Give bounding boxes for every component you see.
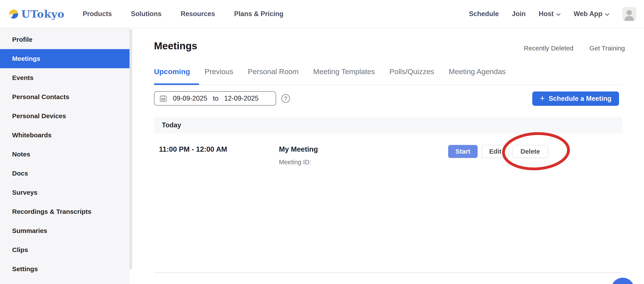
utokyo-logo[interactable]: UTokyo bbox=[8, 8, 64, 20]
sidebar-item-personal-contacts[interactable]: Personal Contacts bbox=[0, 87, 130, 106]
sidebar-item-whiteboards[interactable]: Whiteboards bbox=[0, 125, 130, 145]
sidebar-item-summaries[interactable]: Summaries bbox=[0, 221, 130, 240]
ginkgo-leaf-icon bbox=[8, 9, 19, 19]
today-section-header: Today bbox=[154, 117, 622, 133]
active-tab-indicator bbox=[154, 83, 199, 85]
sidebar-item-docs[interactable]: Docs bbox=[0, 164, 130, 183]
help-icon[interactable]: ? bbox=[281, 94, 290, 103]
sidebar: Profile Meetings Events Personal Contact… bbox=[0, 28, 130, 284]
nav-products[interactable]: Products bbox=[83, 10, 112, 18]
sidebar-item-events[interactable]: Events bbox=[0, 68, 130, 87]
header-links: Recently Deleted Get Training bbox=[524, 45, 625, 52]
meeting-time: 11:00 PM - 12:00 AM bbox=[159, 145, 227, 154]
sidebar-item-recordings-transcripts[interactable]: Recordings & Transcripts bbox=[0, 202, 130, 221]
sidebar-item-surveys[interactable]: Surveys bbox=[0, 183, 130, 202]
nav-resources[interactable]: Resources bbox=[181, 10, 215, 18]
sidebar-item-notes[interactable]: Notes bbox=[0, 145, 130, 164]
sidebar-scrollbar[interactable] bbox=[130, 29, 132, 270]
date-from-value: 09-09-2025 bbox=[173, 94, 207, 102]
help-chat-bubble[interactable] bbox=[611, 278, 634, 284]
sidebar-item-personal-devices[interactable]: Personal Devices bbox=[0, 106, 130, 125]
date-separator: to bbox=[213, 94, 219, 102]
delete-button[interactable]: Delete bbox=[512, 145, 548, 158]
tab-meeting-agendas[interactable]: Meeting Agendas bbox=[449, 67, 506, 76]
nav-schedule[interactable]: Schedule bbox=[469, 10, 499, 18]
nav-solutions[interactable]: Solutions bbox=[131, 10, 162, 18]
chevron-down-icon bbox=[605, 10, 609, 18]
chevron-down-icon bbox=[556, 10, 560, 18]
nav-plans-pricing[interactable]: Plans & Pricing bbox=[234, 10, 283, 18]
tab-meeting-templates[interactable]: Meeting Templates bbox=[313, 67, 375, 76]
sidebar-item-clips[interactable]: Clips bbox=[0, 240, 130, 259]
recently-deleted-link[interactable]: Recently Deleted bbox=[524, 45, 573, 52]
tab-personal-room[interactable]: Personal Room bbox=[248, 67, 299, 76]
start-button[interactable]: Start bbox=[448, 145, 478, 158]
logo-wordmark: UTokyo bbox=[21, 8, 64, 20]
person-icon bbox=[622, 7, 636, 21]
secondary-nav: Schedule Join Host Web App bbox=[469, 7, 636, 21]
nav-host[interactable]: Host bbox=[539, 10, 561, 18]
schedule-a-meeting-button[interactable]: + Schedule a Meeting bbox=[532, 91, 619, 106]
top-navigation-bar: UTokyo Products Solutions Resources Plan… bbox=[0, 0, 644, 28]
page-title: Meetings bbox=[154, 40, 197, 52]
sidebar-item-settings[interactable]: Settings bbox=[0, 259, 130, 278]
edit-button[interactable]: Edit bbox=[482, 145, 509, 158]
meeting-id-label: Meeting ID: bbox=[279, 159, 311, 166]
content-bottom-divider bbox=[154, 272, 622, 273]
sidebar-item-profile[interactable]: Profile bbox=[0, 30, 130, 49]
calendar-icon bbox=[159, 94, 167, 103]
plus-icon: + bbox=[540, 94, 545, 103]
tabs-divider bbox=[154, 85, 622, 85]
user-avatar[interactable] bbox=[622, 7, 636, 21]
nav-join[interactable]: Join bbox=[512, 10, 526, 18]
sidebar-item-meetings[interactable]: Meetings bbox=[0, 49, 130, 68]
primary-nav: Products Solutions Resources Plans & Pri… bbox=[83, 10, 284, 18]
tab-polls-quizzes[interactable]: Polls/Quizzes bbox=[390, 67, 434, 76]
nav-web-app[interactable]: Web App bbox=[574, 10, 609, 18]
get-training-link[interactable]: Get Training bbox=[590, 45, 625, 52]
date-range-picker[interactable]: 09-09-2025 to 12-09-2025 bbox=[154, 91, 276, 106]
date-to-value: 12-09-2025 bbox=[224, 94, 258, 102]
meetings-tabs: Upcoming Previous Personal Room Meeting … bbox=[154, 67, 506, 76]
tab-previous[interactable]: Previous bbox=[204, 67, 233, 76]
tab-upcoming[interactable]: Upcoming bbox=[154, 67, 190, 76]
meeting-title: My Meeting bbox=[279, 145, 318, 154]
